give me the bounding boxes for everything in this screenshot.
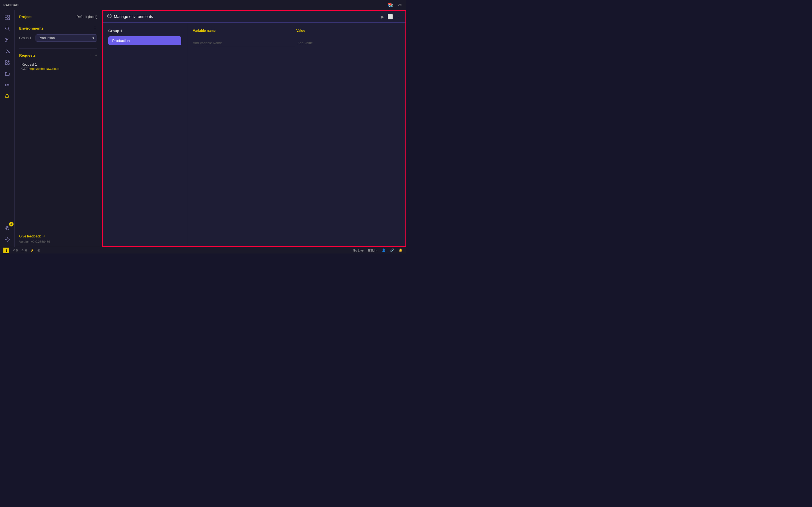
svg-point-7 (6, 41, 7, 42)
external-link-icon: ↗ (43, 235, 45, 238)
notification-badge: 0 (9, 222, 13, 226)
variables-header: Variable name Value (193, 29, 400, 35)
sidebar-item-git[interactable] (2, 35, 12, 45)
app-name: RAPIDAPI (3, 3, 19, 7)
environments-content: Group 1 Production Variable name Value A… (103, 23, 405, 246)
svg-point-21 (109, 15, 109, 16)
share-icon[interactable]: 🔗 (390, 248, 394, 252)
sidebar-item-fm[interactable]: FM (2, 80, 12, 90)
variable-add-row: Add Variable Name Add Value (193, 40, 400, 47)
env-icon (107, 14, 112, 19)
svg-rect-15 (8, 63, 9, 64)
sidebar-icon-rail: FM 0 (0, 10, 15, 247)
environments-section: Environments ⋮ Group 1 Production ▾ (15, 25, 102, 48)
sidebar-panel: Project Default (local) Environments ⋮ G… (15, 10, 102, 247)
environments-label: Environments (19, 26, 44, 31)
version-text: Version: v0.0.2656486 (19, 240, 97, 243)
sidebar-item-search[interactable] (2, 24, 12, 34)
project-row: Project Default (local) (19, 15, 97, 19)
add-variable-name-field[interactable]: Add Variable Name (193, 40, 295, 47)
request-item[interactable]: Request 1 GET https://echo.paw.cloud (19, 61, 97, 72)
value-col-header: Value (296, 29, 400, 33)
status-right: Go Live ESLint 👤 🔗 🔔 (353, 248, 403, 252)
sidebar-item-settings[interactable] (2, 234, 12, 244)
share-icon[interactable]: ✉ (397, 2, 403, 8)
env-list-panel: Group 1 Production (103, 23, 187, 246)
requests-section: Requests ⋮ + Request 1 GET https://echo.… (15, 49, 102, 231)
env-item-production[interactable]: Production (108, 36, 181, 45)
main-title: Manage environments (114, 14, 153, 19)
env-dropdown-value: Production (39, 36, 55, 40)
variables-panel: Variable name Value Add Variable Name Ad… (187, 23, 405, 246)
requests-label: Requests (19, 53, 36, 57)
chevron-down-icon: ▾ (93, 36, 94, 40)
top-bar: RAPIDAPI 📚 ✉ (0, 0, 406, 10)
svg-rect-3 (8, 18, 10, 20)
user-icon[interactable]: 👤 (382, 248, 386, 252)
svg-point-20 (6, 239, 8, 240)
sidebar-item-ghost[interactable] (2, 91, 12, 101)
warning-count: 0 (25, 249, 27, 252)
svg-rect-12 (9, 52, 9, 53)
status-errors: ✕ 0 (12, 248, 18, 252)
request-name: Request 1 (21, 62, 95, 66)
project-label: Project (19, 15, 32, 19)
svg-point-16 (6, 96, 7, 96)
warning-icon: ⚠ (21, 248, 24, 252)
status-bar: ❯ ✕ 0 ⚠ 0 ⚡ ◎ Go Live ESLint 👤 🔗 🔔 (0, 247, 406, 253)
requests-header-icons: ⋮ + (89, 53, 97, 57)
give-feedback-link[interactable]: Give feedback ↗ (19, 234, 97, 238)
variable-name-col-header: Variable name (193, 29, 296, 33)
requests-more-icon[interactable]: ⋮ (89, 53, 93, 57)
svg-line-5 (8, 30, 9, 31)
error-x-icon: ✕ (12, 248, 15, 252)
play-icon[interactable]: ▶ (380, 14, 384, 19)
env-group-row: Group 1 Production ▾ (19, 34, 97, 42)
svg-point-4 (5, 27, 8, 30)
more-icon[interactable]: ⋯ (396, 14, 401, 19)
status-warnings: ⚠ 0 (21, 248, 27, 252)
go-live-link[interactable]: Go Live (353, 249, 364, 252)
main-header: Manage environments ▶ ⬜ ⋯ (103, 11, 405, 23)
env-dropdown[interactable]: Production ▾ (36, 34, 97, 42)
notification-wrapper: 0 (2, 223, 12, 233)
svg-point-19 (6, 227, 8, 229)
group-label: Group 1 (19, 36, 33, 40)
svg-rect-14 (5, 63, 7, 64)
eslint-link[interactable]: ESLint (368, 249, 377, 252)
main-header-actions: ▶ ⬜ ⋯ (380, 14, 401, 19)
svg-rect-1 (8, 15, 10, 17)
svg-rect-0 (5, 15, 7, 17)
status-circle: ◎ (38, 248, 40, 252)
requests-header: Requests ⋮ + (19, 53, 97, 57)
collections-icon[interactable]: 📚 (387, 2, 395, 8)
bell-icon[interactable]: 🔔 (399, 248, 403, 252)
sidebar-item-run[interactable] (2, 46, 12, 56)
main-content: Manage environments ▶ ⬜ ⋯ Group 1 Produc… (102, 10, 406, 247)
project-value: Default (local) (77, 15, 97, 19)
svg-rect-11 (8, 52, 9, 53)
sidebar-item-extensions[interactable] (2, 57, 12, 68)
circle-icon: ◎ (38, 248, 40, 252)
request-url: GET https://echo.paw.cloud (21, 67, 95, 70)
add-value-field[interactable]: Add Value (297, 40, 400, 47)
main-layout: FM 0 (0, 10, 406, 247)
sidebar-bottom: Give feedback ↗ Version: v0.0.2656486 (15, 231, 102, 247)
sidebar-item-folder[interactable] (2, 69, 12, 79)
sidebar-bottom-icons: 0 (2, 223, 12, 247)
lightning-icon: ⚡ (30, 248, 34, 252)
svg-point-6 (6, 38, 7, 39)
svg-rect-13 (5, 61, 7, 62)
requests-add-icon[interactable]: + (95, 53, 97, 57)
error-count: 0 (16, 249, 18, 252)
svg-point-18 (6, 226, 9, 230)
split-icon[interactable]: ⬜ (388, 14, 393, 19)
sidebar-item-collections[interactable] (2, 12, 12, 22)
environments-more-icon[interactable]: ⋮ (93, 25, 97, 31)
env-group-title: Group 1 (108, 29, 181, 33)
status-lightning: ⚡ (30, 248, 34, 252)
project-section: Project Default (local) (15, 10, 102, 25)
svg-point-17 (8, 96, 8, 96)
svg-point-22 (110, 15, 110, 16)
svg-rect-2 (5, 18, 7, 20)
